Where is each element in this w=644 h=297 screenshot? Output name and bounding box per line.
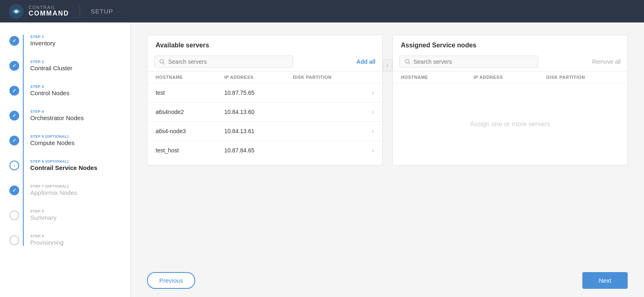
step5-number: STEP 5 (optional) (30, 134, 130, 138)
available-table-header: HOSTNAME IP ADDRESS DISK PARTITION (147, 71, 382, 83)
logo: CONTRAIL COMMAND (8, 3, 69, 20)
step2-circle: ✓ (9, 61, 19, 71)
available-search-wrapper (154, 56, 293, 68)
step7-label: Appformix Nodes (30, 189, 130, 196)
row-hostname: test (156, 89, 224, 96)
assigned-col-disk: DISK PARTITION (546, 75, 619, 80)
step1-label: Inventory (30, 40, 130, 47)
available-search-input[interactable] (168, 58, 287, 65)
logo-text: CONTRAIL COMMAND (29, 5, 69, 17)
row-chevron-icon: › (362, 108, 374, 116)
search-icon (405, 59, 410, 65)
assigned-servers-panel: Assigned Service nodes Remove all HOSTNA… (392, 35, 628, 165)
step4-label: Orchestrator Nodes (30, 114, 130, 121)
sidebar-item-step7[interactable]: ✓ STEP 7 (optional) Appformix Nodes (16, 184, 130, 196)
available-col-disk: DISK PARTITION (293, 75, 361, 80)
step3-circle: ✓ (9, 86, 19, 96)
sidebar-item-step3[interactable]: ✓ STEP 3 Control Nodes (16, 85, 130, 96)
header-divider (80, 5, 80, 18)
footer: Previous Next (131, 264, 644, 297)
row-ip: 10.87.75.65 (224, 89, 293, 96)
table-row[interactable]: test 10.87.75.65 › (147, 83, 382, 103)
sidebar: ✓ STEP 1 Inventory ✓ STEP 2 Contrail Clu… (0, 22, 131, 297)
setup-label: SETUP (91, 8, 113, 15)
sidebar-item-step2[interactable]: ✓ STEP 2 Contrail Cluster (16, 60, 130, 71)
row-chevron-icon: › (362, 89, 374, 96)
step9-number: STEP 9 (30, 234, 130, 238)
step6-label: Contrail Service Nodes (30, 164, 130, 171)
step8-number: STEP 8 (30, 209, 130, 213)
row-hostname: a6s4node2 (156, 109, 224, 115)
assigned-search-bar: Remove all (393, 52, 628, 71)
available-col-hostname: HOSTNAME (156, 75, 224, 80)
main-layout: ✓ STEP 1 Inventory ✓ STEP 2 Contrail Clu… (0, 22, 644, 297)
step6-number: STEP 6 (optional) (30, 159, 130, 163)
svg-line-2 (163, 63, 165, 65)
content-area: Available servers Add all HOSTNAME IP AD… (131, 22, 644, 297)
assigned-table-header: HOSTNAME IP ADDRESS DISK PARTITION (393, 71, 628, 83)
row-chevron-icon: › (362, 127, 374, 135)
available-servers-panel: Available servers Add all HOSTNAME IP AD… (147, 35, 383, 165)
assigned-col-ip: IP ADDRESS (474, 75, 546, 80)
assigned-search-wrapper (399, 56, 538, 68)
remove-all-button[interactable]: Remove all (592, 58, 621, 65)
assigned-col-hostname: HOSTNAME (401, 75, 474, 80)
row-hostname: test_host (156, 147, 224, 154)
step1-number: STEP 1 (30, 35, 130, 39)
step9-circle (9, 235, 19, 245)
table-row[interactable]: a6s4node2 10.84.13.60 › (147, 103, 382, 122)
available-search-bar: Add all (147, 52, 382, 71)
row-ip: 10.87.84.65 (224, 147, 293, 154)
sidebar-item-step9[interactable]: STEP 9 Provisioning (16, 234, 130, 246)
server-panels: Available servers Add all HOSTNAME IP AD… (147, 35, 628, 165)
step5-circle: ✓ (9, 136, 19, 145)
next-button[interactable]: Next (582, 272, 628, 289)
assigned-search-input[interactable] (414, 58, 533, 65)
step5-label: Compute Nodes (30, 139, 130, 146)
step7-circle: ✓ (9, 185, 19, 195)
step4-circle: ✓ (9, 111, 19, 121)
steps-container: ✓ STEP 1 Inventory ✓ STEP 2 Contrail Clu… (0, 35, 130, 246)
sidebar-item-step6[interactable]: › STEP 6 (optional) Contrail Service Nod… (16, 159, 130, 171)
step2-label: Contrail Cluster (30, 65, 130, 71)
sidebar-item-step4[interactable]: ✓ STEP 4 Orchestrator Nodes (16, 109, 130, 121)
step6-circle: › (9, 161, 19, 170)
search-icon (159, 59, 165, 65)
sidebar-item-step8[interactable]: STEP 8 Summary (16, 209, 130, 221)
assigned-empty-state: Assign one or more servers (393, 83, 628, 165)
table-row[interactable]: a6s4-node3 10.84.13.61 › (147, 122, 382, 141)
sidebar-item-step1[interactable]: ✓ STEP 1 Inventory (16, 35, 130, 47)
previous-button[interactable]: Previous (147, 272, 195, 289)
contrail-logo-icon (8, 3, 25, 20)
step8-label: Summary (30, 214, 130, 221)
step1-circle: ✓ (9, 36, 19, 46)
row-ip: 10.84.13.61 (224, 128, 293, 134)
assigned-panel-title: Assigned Service nodes (393, 35, 628, 52)
step4-number: STEP 4 (30, 109, 130, 114)
sidebar-item-step5[interactable]: ✓ STEP 5 (optional) Compute Nodes (16, 134, 130, 146)
step3-number: STEP 3 (30, 85, 130, 89)
step9-label: Provisioning (30, 239, 130, 246)
step3-label: Control Nodes (30, 89, 130, 96)
svg-line-4 (408, 63, 410, 65)
available-col-ip: IP ADDRESS (224, 75, 293, 80)
collapse-panel-button[interactable]: ‹ (383, 59, 392, 71)
row-chevron-icon: › (362, 147, 374, 154)
step8-circle (9, 210, 19, 220)
step7-number: STEP 7 (optional) (30, 184, 130, 188)
row-ip: 10.84.13.60 (224, 109, 293, 115)
app-header: CONTRAIL COMMAND SETUP (0, 0, 644, 22)
step2-number: STEP 2 (30, 60, 130, 64)
panel-divider: ‹ (383, 35, 392, 165)
available-panel-title: Available servers (147, 35, 382, 52)
row-hostname: a6s4-node3 (156, 128, 224, 134)
add-all-button[interactable]: Add all (357, 58, 376, 65)
table-row[interactable]: test_host 10.87.84.65 › (147, 141, 382, 160)
